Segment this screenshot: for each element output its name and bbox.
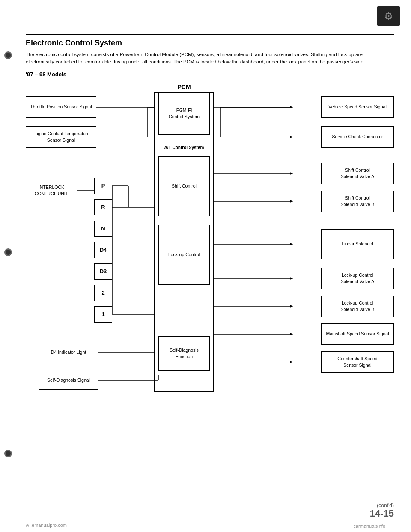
gear-D3: D3	[94, 263, 112, 280]
svg-marker-35	[290, 361, 293, 363]
binding-mark-top	[4, 51, 12, 59]
svg-marker-29	[290, 172, 293, 175]
watermark: carmanualsinfo	[353, 523, 385, 529]
selfdiag-box: Self-Diagnosis Function	[158, 336, 210, 371]
at-label: A/T Control System	[155, 145, 213, 150]
scva-box: Shift Control Solenoid Valve A	[321, 163, 394, 184]
svg-marker-27	[290, 106, 293, 108]
indicator-box: D4 Indicator Light	[39, 343, 98, 362]
gear-D4: D4	[94, 242, 112, 258]
gear-N: N	[94, 221, 112, 237]
gear-2: 2	[94, 285, 112, 301]
page-description: The electronic control system consists o…	[26, 51, 377, 66]
mainshaft-box: Mainshaft Speed Sensor Signal	[321, 323, 394, 345]
lcvb-box: Lock-up Control Solenoid Valve B	[321, 296, 394, 317]
logo-area: ⚙	[377, 6, 402, 28]
binding-mark-middle	[4, 248, 12, 256]
lockup-control-box: Lock-up Control	[158, 225, 210, 285]
svg-marker-33	[290, 305, 293, 308]
pgmfi-box: PGM-FI Control System	[158, 92, 210, 135]
interlock-box: INTERLOCK CONTROL UNIT	[26, 180, 77, 201]
page-number: 14-15	[370, 508, 394, 519]
shift-control-box: Shift Control	[158, 156, 210, 216]
gear-P: P	[94, 178, 112, 194]
svg-marker-32	[290, 277, 293, 280]
throttle-box: Throttle Position Sensor Signal	[26, 96, 96, 118]
page-container: ⚙ Electronic Control System The electron…	[0, 0, 411, 532]
countershaft-box: Countershaft Speed Sensor Signal	[321, 351, 394, 373]
svg-marker-31	[290, 243, 293, 245]
logo-box: ⚙	[377, 6, 400, 26]
svg-marker-34	[290, 333, 293, 335]
svg-marker-28	[290, 136, 293, 138]
linear-solenoid-box: Linear Solenoid	[321, 229, 394, 259]
svg-marker-30	[290, 200, 293, 203]
footer-url: w .emanualpro.com	[26, 523, 67, 528]
page-title: Electronic Control System	[26, 39, 394, 48]
diagram-container: PCM PGM-FI Control System A/T Control Sy…	[26, 84, 394, 426]
pcm-dashed-divider	[154, 143, 214, 143]
model-label: '97 – 98 Models	[26, 71, 394, 78]
gear-R: R	[94, 199, 112, 215]
gear-icon: ⚙	[384, 10, 393, 22]
scvb-box: Shift Control Solenoid Valve B	[321, 191, 394, 212]
pcm-label: PCM	[167, 84, 201, 90]
selfdiag-signal-box: Self-Diagnosis Signal	[39, 371, 98, 390]
lcva-box: Lock-up Control Solenoid Valve A	[321, 268, 394, 289]
scc-box: Service Check Connector	[321, 126, 394, 148]
ect-box: Engine Coolant Temperature Sensor Signal	[26, 126, 96, 148]
binding-mark-bottom	[4, 450, 12, 457]
footer-contd: (cont'd)	[377, 502, 394, 508]
page-header: Electronic Control System The electronic…	[26, 34, 394, 78]
gear-1: 1	[94, 306, 112, 323]
vss-box: Vehicle Speed Sensor Signal	[321, 96, 394, 118]
